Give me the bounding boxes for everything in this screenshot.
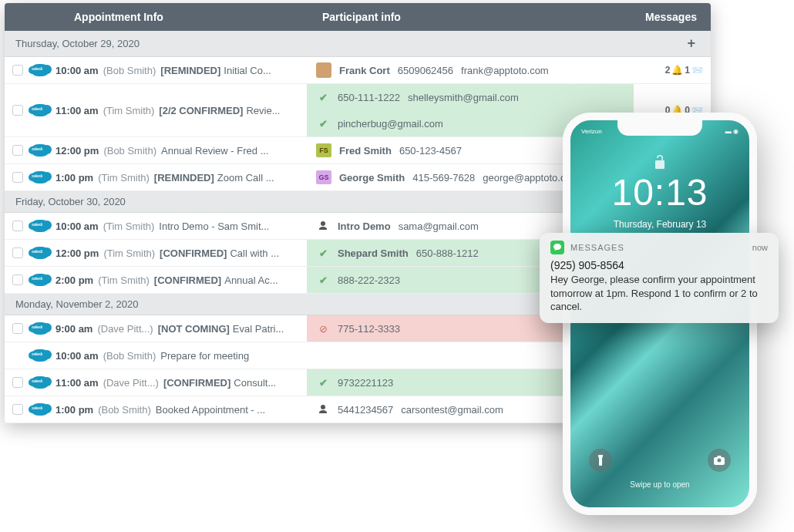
appointment-time: 11:00 am bbox=[56, 105, 99, 116]
messages-cell: 2🔔1📨 bbox=[634, 57, 711, 83]
appointment-owner: (Dave Pitt...) bbox=[103, 377, 159, 389]
envelope-icon: 📨 bbox=[691, 65, 703, 76]
salesforce-icon: salesforce bbox=[31, 64, 49, 76]
table-row[interactable]: salesforce10:00 am(Bob Smith)[REMINDED]I… bbox=[5, 57, 711, 84]
appointment-cell: salesforce2:00 pm(Tim Smith)[CONFIRMED]A… bbox=[5, 267, 307, 293]
row-checkbox[interactable] bbox=[12, 404, 23, 415]
check-icon: ✔ bbox=[316, 118, 330, 130]
appointment-time: 12:00 pm bbox=[56, 145, 99, 157]
appointment-owner: (Bob Smith) bbox=[98, 404, 151, 416]
date-group-header: Thursday, October 29, 2020+ bbox=[5, 31, 711, 57]
participant-name: Intro Demo bbox=[338, 221, 391, 232]
row-checkbox[interactable] bbox=[12, 377, 23, 388]
check-icon: ✔ bbox=[316, 274, 330, 286]
camera-button[interactable] bbox=[708, 449, 731, 472]
notification-card[interactable]: MESSAGES now (925) 905-8564 Hey George, … bbox=[540, 233, 779, 323]
appointment-owner: (Tim Smith) bbox=[103, 105, 155, 116]
salesforce-icon: salesforce bbox=[31, 247, 49, 259]
participant-badge: GS bbox=[316, 170, 331, 184]
deny-icon: ⊘ bbox=[316, 323, 330, 335]
appointment-status-tag: [REMINDED] bbox=[160, 65, 220, 76]
appointment-status-tag: [REMINDED] bbox=[154, 172, 214, 184]
participant-name: George Smith bbox=[339, 172, 405, 184]
appointment-owner: (Dave Pitt...) bbox=[97, 323, 153, 335]
salesforce-icon: salesforce bbox=[31, 349, 49, 362]
phone-status-bar: Verizon ▬ ◉ bbox=[581, 128, 738, 135]
add-appointment-button[interactable]: + bbox=[687, 35, 700, 52]
date-group-label: Monday, November 2, 2020 bbox=[15, 298, 138, 310]
participant-name: Frank Cort bbox=[339, 65, 390, 76]
table-header: Appointment Info Participant info Messag… bbox=[5, 3, 711, 31]
check-icon: ✔ bbox=[316, 247, 330, 259]
notification-app-label: MESSAGES bbox=[570, 243, 624, 252]
appointment-status-tag: [CONFIRMED] bbox=[154, 274, 221, 286]
flashlight-button[interactable] bbox=[589, 449, 612, 472]
participant-phone: 9732221123 bbox=[338, 377, 393, 389]
appointment-cell: salesforce10:00 am(Bob Smith)Prepare for… bbox=[5, 342, 307, 369]
appointment-time: 1:00 pm bbox=[56, 404, 93, 416]
participant-name: Shepard Smith bbox=[338, 247, 409, 259]
participant-phone: 650-111-1222 bbox=[338, 92, 400, 103]
salesforce-icon: salesforce bbox=[31, 403, 49, 416]
bell-icon: 🔔 bbox=[671, 65, 683, 76]
swipe-label: Swipe up to open bbox=[570, 480, 749, 489]
appointment-title: Zoom Call ... bbox=[217, 172, 274, 184]
appointment-owner: (Bob Smith) bbox=[103, 65, 156, 76]
appointment-time: 10:00 am bbox=[56, 350, 99, 362]
appointment-cell: salesforce12:00 pm(Tim Smith)[CONFIRMED]… bbox=[5, 240, 307, 266]
appointment-title: Prepare for meeting bbox=[160, 350, 249, 362]
appointment-cell: salesforce11:00 am(Dave Pitt...)[CONFIRM… bbox=[5, 369, 307, 396]
appointment-title: Call with ... bbox=[230, 247, 279, 259]
row-checkbox[interactable] bbox=[12, 274, 23, 285]
appointment-title: Revie... bbox=[246, 105, 280, 116]
appointment-time: 11:00 am bbox=[56, 377, 99, 389]
row-checkbox[interactable] bbox=[12, 105, 23, 116]
appointment-title: Eval Patri... bbox=[233, 323, 284, 335]
appointment-title: Intro Demo - Sam Smit... bbox=[159, 221, 269, 232]
appointment-owner: (Tim Smith) bbox=[103, 247, 155, 259]
row-checkbox[interactable] bbox=[12, 172, 23, 183]
appointment-cell: salesforce1:00 pm(Tim Smith)[REMINDED]Zo… bbox=[5, 164, 307, 190]
participant-phone: 650-888-1212 bbox=[416, 247, 479, 259]
header-messages: Messages bbox=[634, 11, 711, 23]
row-checkbox[interactable] bbox=[12, 65, 23, 76]
salesforce-icon: salesforce bbox=[31, 274, 49, 286]
date-group-label: Thursday, October 29, 2020 bbox=[15, 38, 140, 49]
salesforce-icon: salesforce bbox=[31, 104, 49, 116]
appointment-cell: salesforce11:00 am(Tim Smith)[2/2 CONFIR… bbox=[5, 84, 307, 136]
appointment-time: 12:00 pm bbox=[56, 247, 99, 259]
person-icon bbox=[316, 404, 330, 415]
row-checkbox[interactable] bbox=[12, 247, 23, 258]
participant-name: Fred Smith bbox=[339, 145, 392, 157]
signal-icon: ▬ ◉ bbox=[725, 128, 738, 135]
lock-icon bbox=[654, 154, 666, 170]
participant-phone: 775-112-3333 bbox=[338, 323, 400, 335]
appointment-time: 2:00 pm bbox=[56, 274, 93, 286]
appointment-status-tag: [NOT COMING] bbox=[158, 323, 230, 335]
bell-count: 2 bbox=[665, 65, 671, 76]
check-icon: ✔ bbox=[316, 377, 330, 389]
participant-row: Frank Cort6509062456frank@apptoto.com bbox=[307, 57, 634, 83]
row-checkbox[interactable] bbox=[12, 323, 23, 334]
messages-app-icon bbox=[550, 241, 564, 254]
row-checkbox[interactable] bbox=[12, 221, 23, 231]
appointment-title: Annual Ac... bbox=[224, 274, 278, 286]
participant-phone: 415-569-7628 bbox=[412, 172, 475, 184]
appointment-time: 10:00 am bbox=[56, 221, 99, 232]
appointment-owner: (Tim Smith) bbox=[98, 172, 150, 184]
participant-phone: 888-222-2323 bbox=[338, 274, 400, 286]
participant-phone: 650-123-4567 bbox=[399, 145, 462, 157]
participant-email: pincherbug@gmail.com bbox=[338, 118, 443, 130]
appointment-status-tag: [CONFIRMED] bbox=[160, 247, 227, 259]
appointment-title: Initial Co... bbox=[224, 65, 271, 76]
notification-body: Hey George, please confirm your appointm… bbox=[550, 273, 768, 314]
appointment-cell: salesforce10:00 am(Tim Smith)Intro Demo … bbox=[5, 213, 307, 239]
notification-when: now bbox=[752, 243, 768, 252]
appointment-owner: (Bob Smith) bbox=[103, 350, 156, 362]
appointment-time: 9:00 am bbox=[56, 323, 93, 335]
salesforce-icon: salesforce bbox=[31, 220, 49, 232]
appointment-cell: salesforce12:00 pm(Bob Smith)Annual Revi… bbox=[5, 137, 307, 163]
row-checkbox[interactable] bbox=[12, 145, 23, 156]
appointment-cell: salesforce10:00 am(Bob Smith)[REMINDED]I… bbox=[5, 57, 307, 83]
phone-time: 10:13 bbox=[570, 171, 749, 214]
